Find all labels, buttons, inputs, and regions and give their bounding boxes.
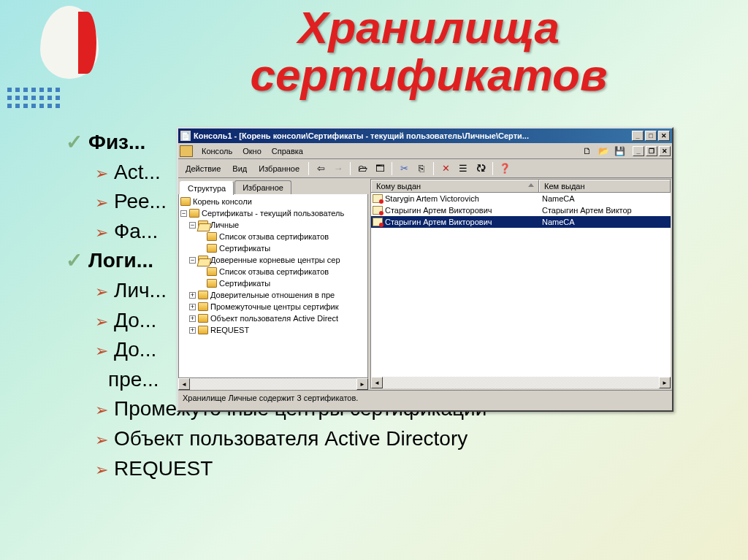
scroll-left-icon[interactable]: ◄ xyxy=(371,377,383,388)
folder-open-icon xyxy=(198,256,208,264)
toolbar-view[interactable]: Вид xyxy=(228,163,251,174)
tree-certificates[interactable]: Сертификаты xyxy=(219,244,270,253)
list-row-selected[interactable]: Старыгин Артем Викторович NameCA xyxy=(371,216,671,228)
delete-icon[interactable]: ✕ xyxy=(438,161,453,176)
collapse-icon[interactable]: − xyxy=(189,257,196,264)
menu-console[interactable]: Консоль xyxy=(197,145,237,157)
menu-help[interactable]: Справка xyxy=(267,145,308,157)
mmc-window: 📄 Консоль1 - [Корень консоли\Сертификаты… xyxy=(177,127,673,412)
folder-icon xyxy=(207,267,217,276)
cell-issued-to: Старыгин Артем Викторович xyxy=(385,206,492,215)
bullet-phys: Физ... xyxy=(88,131,145,153)
tree-crl2[interactable]: Список отзыва сертификатов xyxy=(219,267,329,276)
certificate-icon xyxy=(373,206,383,215)
child-minimize-button[interactable]: _ xyxy=(633,146,644,156)
scroll-right-icon[interactable]: ► xyxy=(659,377,671,388)
child-close-button[interactable]: ✕ xyxy=(659,146,671,156)
toolbar-action[interactable]: Действие xyxy=(181,163,225,174)
tree-scrollbar[interactable]: ◄ ► xyxy=(178,378,368,390)
properties-icon[interactable]: 🗔 xyxy=(373,161,387,176)
cell-issued-by: Старыгин Артем Виктор xyxy=(542,206,632,215)
maximize-button[interactable]: □ xyxy=(645,131,657,141)
tree-root[interactable]: Корень консоли xyxy=(193,197,252,206)
list-body[interactable]: Starygin Artem Victorovich NameCA Старыг… xyxy=(371,193,671,377)
bullet-request: REQUEST xyxy=(114,457,213,480)
menubar: Консоль Окно Справка 🗋 📂 💾 _ ❐ ✕ xyxy=(178,143,672,159)
close-button[interactable]: ✕ xyxy=(658,131,670,141)
child-restore-button[interactable]: ❐ xyxy=(646,146,657,156)
menu-window[interactable]: Окно xyxy=(238,145,266,157)
certificate-icon xyxy=(373,218,383,226)
folder-icon xyxy=(198,302,208,311)
logo-dots xyxy=(7,88,63,111)
refresh-icon[interactable]: 🗘 xyxy=(473,161,488,176)
minimize-button[interactable]: _ xyxy=(632,131,644,141)
scroll-right-icon[interactable]: ► xyxy=(356,378,368,390)
tree-enterprise[interactable]: Доверительные отношения в пре xyxy=(210,291,335,299)
new-icon[interactable]: 🗋 xyxy=(580,144,595,158)
tree-certificates2[interactable]: Сертификаты xyxy=(219,279,270,288)
copy-icon[interactable]: ⎘ xyxy=(414,161,429,176)
column-issued-by[interactable]: Кем выдан xyxy=(539,180,671,192)
tree-personal[interactable]: Личные xyxy=(210,220,239,229)
cut-icon[interactable]: ✂ xyxy=(397,161,411,176)
bullet-logi: Логи... xyxy=(88,249,153,272)
back-button[interactable]: ⇦ xyxy=(313,161,328,176)
app-icon: 📄 xyxy=(180,131,191,141)
column-issued-to[interactable]: Кому выдан xyxy=(371,180,539,192)
up-folder-icon[interactable]: 🗁 xyxy=(355,161,370,176)
tree-ad-user[interactable]: Объект пользователя Active Direct xyxy=(210,314,338,323)
sort-asc-icon xyxy=(528,183,534,187)
status-bar: Хранилище Личные содержит 3 сертификатов… xyxy=(178,390,672,404)
bullet-do2: До... xyxy=(114,338,156,361)
bullet-ad-user: Объект пользователя Active Directory xyxy=(114,427,468,450)
open-icon[interactable]: 📂 xyxy=(596,144,611,158)
tree-crl[interactable]: Список отзыва сертификатов xyxy=(219,232,329,241)
tree-certs[interactable]: Сертификаты - текущий пользователь xyxy=(202,209,344,218)
expand-icon[interactable]: + xyxy=(189,315,196,322)
bullet-act: Act... xyxy=(114,161,161,183)
folder-icon xyxy=(198,291,208,299)
forward-button[interactable]: → xyxy=(331,161,346,176)
cell-issued-to: Starygin Artem Victorovich xyxy=(385,194,479,203)
folder-icon xyxy=(180,197,191,206)
folder-icon xyxy=(198,314,208,323)
folder-icon xyxy=(207,279,217,288)
expand-icon[interactable]: + xyxy=(189,327,196,334)
collapse-icon[interactable]: − xyxy=(189,222,196,229)
folder-icon xyxy=(189,209,199,218)
expand-icon[interactable]: + xyxy=(189,292,196,299)
list-row[interactable]: Starygin Artem Victorovich NameCA xyxy=(371,193,671,204)
tree-view[interactable]: Корень консоли −Сертификаты - текущий по… xyxy=(178,194,368,378)
folder-icon xyxy=(207,244,217,253)
titlebar[interactable]: 📄 Консоль1 - [Корень консоли\Сертификаты… xyxy=(178,129,672,143)
status-text: Хранилище Личные содержит 3 сертификатов… xyxy=(183,394,358,402)
help-icon[interactable]: ❓ xyxy=(497,161,512,176)
expand-icon[interactable]: + xyxy=(189,304,196,310)
collapse-icon[interactable]: − xyxy=(180,210,187,217)
cell-issued-by: NameCA xyxy=(542,218,575,226)
tree-panel: Структура Избранное Корень консоли −Серт… xyxy=(178,178,370,390)
list-scrollbar[interactable]: ◄ ► xyxy=(371,377,671,388)
props2-icon[interactable]: ☰ xyxy=(456,161,470,176)
toolbar-favorites[interactable]: Избранное xyxy=(254,163,304,174)
bullet-pre: пре... xyxy=(108,368,159,391)
file-icon[interactable] xyxy=(180,145,193,157)
bullet-ree: Рее... xyxy=(114,190,167,212)
tree-trusted-root[interactable]: Доверенные корневые центры сер xyxy=(210,256,340,264)
folder-icon xyxy=(198,326,208,334)
cell-issued-by: NameCA xyxy=(542,194,575,203)
bullet-fa: Фа... xyxy=(114,220,158,242)
tree-intermediate[interactable]: Промежуточные центры сертифик xyxy=(210,302,339,311)
toolbar: Действие Вид Избранное ⇦ → 🗁 🗔 ✂ ⎘ ✕ ☰ 🗘… xyxy=(178,159,672,178)
scroll-left-icon[interactable]: ◄ xyxy=(178,378,190,390)
folder-icon xyxy=(207,232,217,241)
tree-request[interactable]: REQUEST xyxy=(210,326,249,334)
window-title: Консоль1 - [Корень консоли\Сертификаты -… xyxy=(194,131,632,140)
list-panel: Кому выдан Кем выдан Starygin Artem Vict… xyxy=(370,179,671,389)
save-icon[interactable]: 💾 xyxy=(612,144,627,158)
tab-favorites[interactable]: Избранное xyxy=(234,180,291,194)
tab-structure[interactable]: Структура xyxy=(180,181,234,195)
list-row[interactable]: Старыгин Артем Викторович Старыгин Артем… xyxy=(371,204,671,216)
slide-title: Хранилища сертификатов xyxy=(124,4,733,99)
